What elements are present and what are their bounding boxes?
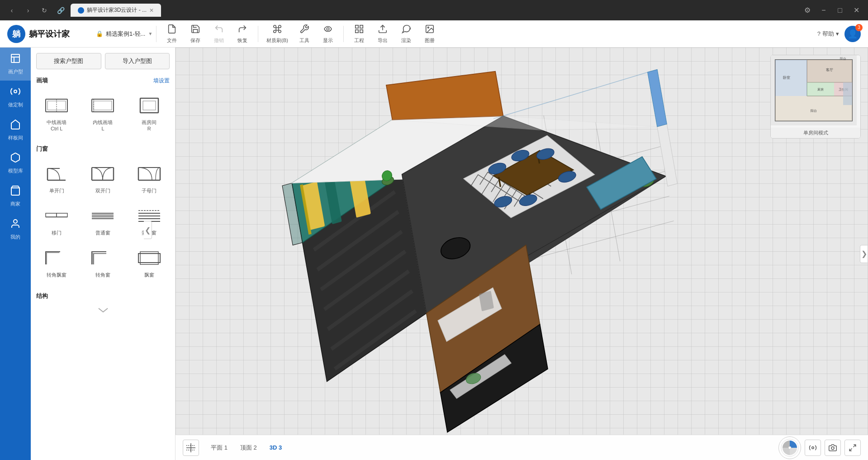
mother-door-tool[interactable]: 子母门	[129, 160, 170, 197]
panel-header: 搜索户型图 导入户型图	[31, 48, 175, 73]
room-wall-tool[interactable]: 画房间R	[129, 92, 170, 134]
svg-rect-125	[843, 82, 852, 105]
svg-line-134	[854, 445, 856, 447]
sidebar-item-draw[interactable]: 画户型	[0, 48, 31, 81]
save-button[interactable]: 保存	[184, 22, 207, 46]
inline-wall-icon	[88, 95, 117, 116]
export-button[interactable]: 导出	[371, 22, 394, 46]
refresh-button[interactable]: ↻	[38, 4, 51, 17]
sidebar-item-template[interactable]: 样板间	[0, 114, 31, 147]
normal-window-tool[interactable]: 普通窗	[82, 202, 123, 239]
undo-button[interactable]: 撤销	[207, 22, 231, 46]
tab-title: 躺平设计家3D云设计 - ...	[87, 6, 147, 14]
maximize-button[interactable]: □	[834, 4, 846, 17]
project-button[interactable]: 工程	[347, 22, 371, 46]
import-floorplan-button[interactable]: 导入户型图	[105, 53, 170, 69]
close-button[interactable]: ✕	[850, 4, 863, 17]
display-button[interactable]: 显示	[316, 22, 340, 46]
settings-button[interactable]: ⚙	[801, 4, 814, 17]
toolbar-right: ? 帮助 ▾ 👤 3	[817, 26, 861, 42]
floorplan-label: 平面	[211, 444, 223, 451]
canvas-area[interactable]: ⤢	[175, 48, 868, 460]
avatar-badge: 3	[855, 24, 863, 31]
sliding-door-tool[interactable]: 移门	[36, 202, 77, 239]
sidebar-item-mine[interactable]: 我的	[0, 213, 31, 246]
svg-rect-38	[46, 213, 57, 217]
wall-settings-link[interactable]: 墙设置	[153, 77, 170, 85]
title-bar: ‹ › ↻ 🔗 躺平设计家3D云设计 - ... ✕ ⚙ − □ ✕	[0, 0, 868, 20]
album-button[interactable]: 图册	[418, 22, 441, 46]
album-label: 图册	[425, 37, 435, 44]
mini-map: ⤢	[770, 55, 861, 139]
scroll-indicator	[31, 304, 175, 316]
floorplan-3d[interactable]	[185, 57, 773, 433]
sidebar-item-customize[interactable]: 做定制	[0, 81, 31, 114]
floorplan-tab[interactable]: 平面 1	[204, 441, 234, 455]
help-arrow: ▾	[836, 30, 839, 37]
sidebar-label-merchant: 商家	[10, 201, 20, 207]
project-name: 精选案例1-轻...	[106, 30, 145, 38]
inline-wall-label: 内线画墙L	[93, 119, 113, 131]
camera-button[interactable]	[825, 440, 841, 456]
corner-bay-tool[interactable]: 转角飘窗	[36, 244, 77, 281]
settings-view-button[interactable]	[805, 440, 821, 456]
wall-section-header[interactable]: 画墙 墙设置	[31, 73, 175, 88]
project-info: 🔒 精选案例1-轻... ▼	[96, 30, 152, 38]
app-name: 躺平设计家	[29, 29, 70, 39]
3d-tab[interactable]: 3D 3	[263, 441, 288, 454]
svg-marker-107	[648, 70, 667, 127]
back-button[interactable]: ‹	[5, 4, 18, 17]
tools-button[interactable]: 工具	[293, 22, 316, 46]
grid-view-icon[interactable]	[183, 440, 199, 456]
export-label: 导出	[378, 37, 388, 44]
midline-wall-icon	[42, 95, 71, 116]
compass-button[interactable]	[778, 436, 801, 459]
minimize-button[interactable]: −	[817, 4, 830, 17]
file-button[interactable]: 文件	[160, 22, 184, 46]
save-label: 保存	[190, 37, 200, 44]
double-door-tool[interactable]: 双开门	[82, 160, 123, 197]
sidebar-label-mine: 我的	[10, 234, 20, 240]
project-dropdown[interactable]: ▼	[148, 31, 152, 36]
svg-rect-1	[356, 25, 358, 28]
file-label: 文件	[167, 37, 177, 44]
inline-wall-tool[interactable]: 内线画墙L	[82, 92, 123, 134]
sidebar-label-customize: 做定制	[8, 101, 23, 108]
forward-button[interactable]: ›	[22, 4, 34, 17]
svg-rect-39	[57, 213, 67, 217]
file-icon	[167, 24, 177, 36]
bay-window-label: 飘窗	[144, 272, 154, 278]
sidebar-item-merchant[interactable]: 商家	[0, 180, 31, 213]
logo-area: 躺 躺平设计家	[7, 25, 89, 43]
midline-wall-label: 中线画墙Ctrl L	[47, 119, 66, 131]
structure-section-header[interactable]: 结构	[31, 288, 175, 304]
sidebar-item-model[interactable]: 模型库	[0, 147, 31, 180]
top-tab[interactable]: 顶面 2	[234, 441, 263, 455]
redo-label: 恢复	[237, 37, 247, 44]
fullscreen-button[interactable]	[844, 440, 861, 456]
corner-window-tool[interactable]: 转角窗	[82, 244, 123, 281]
svg-rect-8	[11, 54, 19, 62]
door-window-section-header[interactable]: 门窗	[31, 141, 175, 157]
single-door-tool[interactable]: 单开门	[36, 160, 77, 197]
panel-collapse-button[interactable]: ❮	[144, 221, 152, 239]
panel-area: 搜索户型图 导入户型图 画墙 墙设置 中线画墙Ctrl L	[31, 48, 175, 460]
midline-wall-tool[interactable]: 中线画墙Ctrl L	[36, 92, 77, 134]
mini-map-mode-label: 单房间模式	[771, 128, 860, 138]
svg-rect-4	[356, 29, 358, 32]
avatar-button[interactable]: 👤 3	[844, 26, 861, 42]
single-door-icon	[42, 163, 71, 185]
corner-bay-label: 转角飘窗	[47, 272, 66, 278]
search-floorplan-button[interactable]: 搜索户型图	[36, 53, 101, 69]
tools-label: 工具	[299, 37, 309, 44]
redo-button[interactable]: 恢复	[231, 22, 254, 46]
svg-rect-2	[360, 25, 363, 28]
render-button[interactable]: 渲染	[394, 22, 418, 46]
right-collapse-button[interactable]: ❯	[860, 245, 868, 263]
material-button[interactable]: 材质刷(B)	[262, 22, 293, 46]
bay-window-tool[interactable]: 飘窗	[129, 244, 170, 281]
tab-close[interactable]: ✕	[149, 7, 154, 14]
help-button[interactable]: ? 帮助 ▾	[817, 30, 839, 38]
browser-tab[interactable]: 躺平设计家3D云设计 - ... ✕	[71, 4, 161, 17]
address-button[interactable]: 🔗	[54, 4, 67, 17]
